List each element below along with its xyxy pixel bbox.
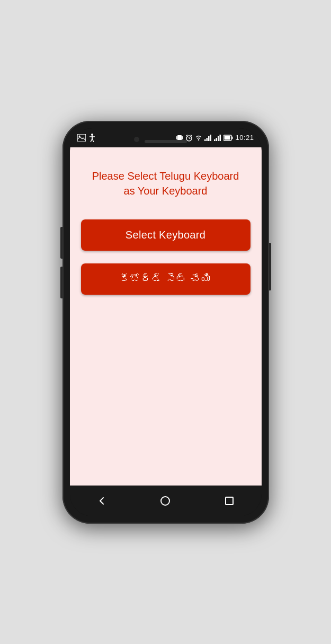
svg-line-13: [186, 135, 188, 136]
svg-rect-18: [210, 135, 212, 141]
nav-bar: [70, 486, 262, 516]
svg-rect-22: [220, 135, 221, 141]
svg-rect-19: [214, 139, 216, 141]
svg-rect-25: [225, 136, 230, 139]
svg-rect-27: [226, 497, 233, 505]
svg-rect-24: [232, 136, 233, 139]
svg-rect-20: [216, 138, 218, 141]
phone-screen: 10:21 Please Select Telugu Keyboard as Y…: [70, 128, 262, 516]
volume-up-button[interactable]: [60, 227, 62, 259]
status-bar: 10:21: [70, 128, 262, 147]
status-right-icons: 10:21: [176, 134, 254, 142]
status-left-icons: [77, 134, 95, 142]
camera: [134, 137, 139, 142]
signal2-icon: [214, 135, 221, 141]
svg-line-14: [191, 135, 192, 136]
svg-rect-21: [218, 136, 219, 141]
svg-line-6: [92, 139, 94, 142]
svg-rect-8: [176, 136, 177, 139]
accessibility-icon: [89, 134, 95, 142]
volume-down-button[interactable]: [60, 267, 62, 298]
back-icon: [96, 496, 107, 506]
svg-point-2: [91, 134, 93, 136]
recents-icon: [225, 496, 234, 506]
signal1-icon: [204, 135, 212, 141]
main-screen: Please Select Telugu Keyboard as Your Ke…: [70, 147, 262, 486]
battery-icon: [223, 135, 233, 141]
headline-text: Please Select Telugu Keyboard as Your Ke…: [92, 169, 239, 198]
svg-rect-15: [204, 139, 206, 141]
speaker: [145, 140, 187, 143]
recents-button[interactable]: [216, 491, 243, 510]
svg-rect-16: [207, 138, 208, 141]
home-icon: [160, 496, 171, 506]
alarm-icon: [185, 134, 193, 142]
image-icon: [77, 134, 86, 142]
svg-rect-17: [208, 136, 210, 141]
svg-point-1: [78, 135, 80, 137]
svg-line-5: [91, 139, 92, 142]
set-keyboard-button[interactable]: కీబోర్డ్ సెట్ చేయి: [81, 263, 251, 295]
svg-rect-9: [182, 136, 183, 139]
back-button[interactable]: [88, 491, 115, 510]
select-keyboard-button[interactable]: Select Keyboard: [81, 219, 251, 251]
home-button[interactable]: [152, 491, 178, 510]
phone-frame: 10:21 Please Select Telugu Keyboard as Y…: [62, 121, 269, 524]
svg-point-26: [161, 497, 169, 505]
wifi-icon: [195, 135, 202, 141]
clock: 10:21: [235, 134, 254, 142]
power-button[interactable]: [269, 243, 271, 290]
